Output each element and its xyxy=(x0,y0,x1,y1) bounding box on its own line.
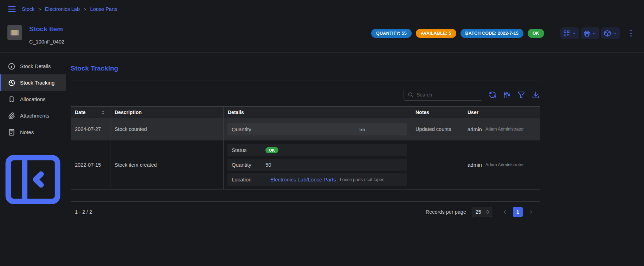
status-ok-badge: OK xyxy=(528,29,544,38)
page-size-select[interactable]: 25 xyxy=(472,207,492,217)
detail-label: Location xyxy=(232,177,265,182)
sidebar-item-attachments[interactable]: Attachments xyxy=(0,107,66,124)
record-range: 1 - 2 / 2 xyxy=(75,209,92,215)
bookmark-icon xyxy=(8,95,15,103)
column-label: Details xyxy=(228,109,244,115)
status-ok-mini-badge: OK xyxy=(265,147,278,153)
detail-value: 50 xyxy=(265,162,271,168)
search-input[interactable] xyxy=(417,92,478,98)
sort-icon[interactable] xyxy=(101,110,106,115)
chevron-down-icon xyxy=(612,31,617,36)
sidebar-collapse-icon[interactable] xyxy=(0,147,66,212)
pagination-controls: Records per page 25 1 xyxy=(426,207,536,217)
page-size-value: 25 xyxy=(476,209,481,215)
cell-details: Status OK Quantity 50 Location - Electro… xyxy=(224,140,411,189)
header-actions xyxy=(560,27,636,39)
breadcrumb-electronics-lab[interactable]: Electronics Lab xyxy=(45,6,80,12)
prev-page-button[interactable] xyxy=(500,207,510,217)
cell-user: admin Adam Administrator xyxy=(463,140,540,189)
table-footer: 1 - 2 / 2 Records per page 25 1 xyxy=(71,202,540,217)
location-link[interactable]: Electronics Lab/Loose Parts xyxy=(270,177,336,182)
part-name: C_100nF_0402 xyxy=(29,39,64,45)
detail-line-quantity: Quantity 55 xyxy=(227,123,407,135)
sidebar: Stock Details Stock Tracking Allocations… xyxy=(0,53,66,266)
quantity-badge: QUANTITY: 55 xyxy=(371,29,412,38)
page-1-button[interactable]: 1 xyxy=(513,207,523,217)
sidebar-item-stock-tracking[interactable]: Stock Tracking xyxy=(0,74,66,91)
cell-description: Stock item created xyxy=(110,140,224,189)
cube-icon xyxy=(604,29,611,37)
detail-line-quantity: Quantity 50 xyxy=(227,159,407,171)
status-badges: QUANTITY: 55 AVAILABLE: 5 BATCH CODE: 20… xyxy=(371,29,544,38)
info-circle-icon xyxy=(8,62,15,70)
adjustments-icon[interactable] xyxy=(503,91,511,99)
breadcrumb-separator: > xyxy=(38,7,41,12)
sidebar-item-notes[interactable]: Notes xyxy=(0,124,66,140)
sidebar-item-label: Notes xyxy=(20,129,34,135)
column-header-user[interactable]: User xyxy=(463,107,540,118)
breadcrumb-stock[interactable]: Stock xyxy=(22,6,34,12)
column-label: Notes xyxy=(416,109,429,115)
history-icon xyxy=(8,79,15,87)
cell-user: admin Adam Administrator xyxy=(463,118,540,140)
download-icon[interactable] xyxy=(532,91,540,99)
column-label: User xyxy=(468,109,478,115)
column-label: Date xyxy=(75,109,85,115)
sidebar-item-allocations[interactable]: Allocations xyxy=(0,91,66,107)
location-dash: - xyxy=(265,177,267,182)
breadcrumb: Stock > Electronics Lab > Loose Parts xyxy=(22,6,117,12)
search-icon xyxy=(407,92,414,98)
stock-tracking-table: Date Description Details Notes User 2024… xyxy=(71,106,540,202)
part-thumbnail[interactable] xyxy=(7,25,22,40)
available-badge: AVAILABLE: 5 xyxy=(416,29,456,38)
refresh-icon[interactable] xyxy=(488,91,497,99)
detail-label: Status xyxy=(232,147,265,153)
breadcrumb-separator: > xyxy=(84,7,86,12)
user-fullname: Adam Administrator xyxy=(485,127,524,132)
table-header-row: Date Description Details Notes User xyxy=(71,107,540,118)
detail-label: Quantity xyxy=(232,126,291,132)
username: admin xyxy=(468,162,482,168)
filter-icon[interactable] xyxy=(517,91,526,99)
title-block: Stock Item C_100nF_0402 xyxy=(29,25,64,45)
print-actions-button[interactable] xyxy=(581,27,599,39)
column-header-description[interactable]: Description xyxy=(110,107,224,118)
username: admin xyxy=(468,126,482,132)
sidebar-item-label: Stock Tracking xyxy=(20,80,54,86)
sidebar-item-stock-details[interactable]: Stock Details xyxy=(0,58,66,74)
column-header-notes[interactable]: Notes xyxy=(411,107,463,118)
more-options-button[interactable] xyxy=(626,29,636,38)
stock-actions-button[interactable] xyxy=(601,27,620,39)
content-area: Stock Details Stock Tracking Allocations… xyxy=(0,52,644,266)
table-row[interactable]: 2022-07-15 Stock item created Status OK … xyxy=(71,140,540,189)
hamburger-menu-icon[interactable] xyxy=(7,4,17,14)
capacitor-image xyxy=(11,30,19,35)
next-page-button[interactable] xyxy=(526,207,536,217)
page-title: Stock Item xyxy=(29,25,64,33)
detail-value: 55 xyxy=(291,126,365,132)
cell-notes: Updated counts xyxy=(411,118,463,140)
main-panel: Stock Tracking xyxy=(66,53,644,266)
table-row[interactable]: 2024-07-27 Stock counted Quantity 55 Upd… xyxy=(71,118,540,140)
column-header-details[interactable]: Details xyxy=(224,107,411,118)
column-header-date[interactable]: Date xyxy=(71,107,110,118)
chevron-down-icon xyxy=(571,31,577,36)
notes-icon xyxy=(8,128,15,136)
detail-line-status: Status OK xyxy=(227,144,407,156)
user-fullname: Adam Administrator xyxy=(485,162,524,167)
top-navbar: Stock > Electronics Lab > Loose Parts xyxy=(0,0,644,18)
breadcrumb-loose-parts[interactable]: Loose Parts xyxy=(90,6,117,12)
location-description: Loose parts / cut tapes xyxy=(340,177,384,182)
sidebar-item-label: Attachments xyxy=(20,113,49,119)
qrcode-icon xyxy=(563,29,571,37)
cell-description: Stock counted xyxy=(110,118,224,140)
panel-divider xyxy=(71,80,540,80)
page-header: Stock Item C_100nF_0402 QUANTITY: 55 AVA… xyxy=(0,18,644,52)
cell-date: 2022-07-15 xyxy=(71,140,110,189)
sidebar-item-label: Allocations xyxy=(20,96,46,102)
panel-title: Stock Tracking xyxy=(71,65,540,72)
batch-code-badge: BATCH CODE: 2022-7-15 xyxy=(461,29,523,38)
chevron-down-icon xyxy=(592,31,597,36)
barcode-actions-button[interactable] xyxy=(560,27,579,39)
cell-notes xyxy=(411,140,463,189)
